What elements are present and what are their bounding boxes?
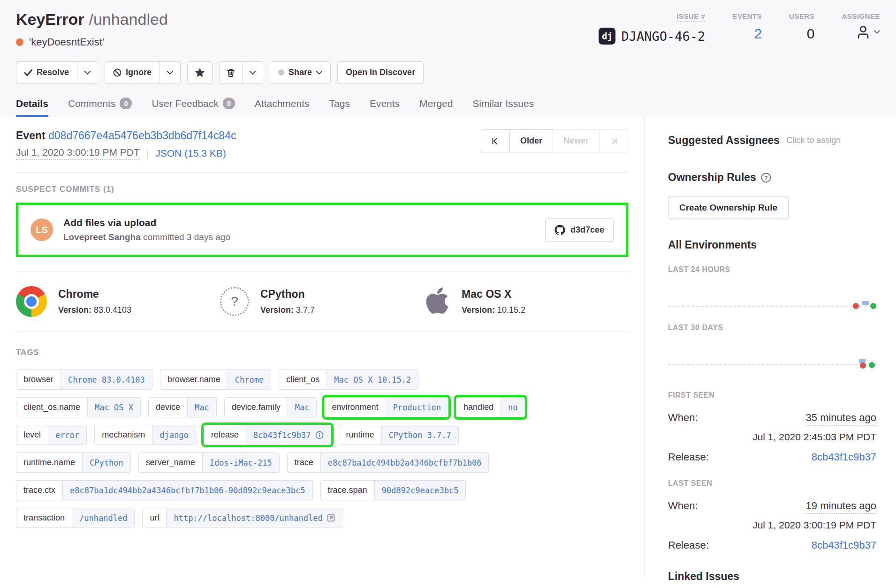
- context-version: Version: 3.7.7: [260, 305, 315, 315]
- issue-culprit-path: /unhandled: [89, 10, 168, 28]
- first-seen-release-link[interactable]: 8cb43f1c9b37: [812, 451, 876, 463]
- context-version: Version: 10.15.2: [462, 305, 525, 315]
- tag-browser[interactable]: browserChrome 83.0.4103: [16, 369, 152, 390]
- tab-merged[interactable]: Merged: [419, 98, 453, 117]
- issue-type: KeyError: [16, 10, 84, 28]
- tag-value[interactable]: Chrome: [228, 370, 271, 389]
- event-json-link[interactable]: JSON (15.3 KB): [155, 148, 226, 159]
- tag-mechanism[interactable]: mechanismdjango: [94, 425, 196, 445]
- tab-user-feedback[interactable]: User Feedback0: [152, 98, 235, 117]
- delete-dropdown-button[interactable]: [243, 61, 263, 83]
- resolve-dropdown-button[interactable]: [77, 61, 98, 83]
- tag-url[interactable]: urlhttp://localhost:8000/unhandled: [142, 508, 342, 528]
- assignee-dropdown[interactable]: [855, 24, 880, 40]
- tag-value[interactable]: CPython 3.7.7: [381, 425, 458, 445]
- suspect-commits-section: SUSPECT COMMITS (1) LS Add files via upl…: [16, 173, 628, 271]
- tag-runtime-name[interactable]: runtime.nameCPython: [16, 452, 131, 473]
- tag-row: browserChrome 83.0.4103browser.nameChrom…: [16, 369, 628, 390]
- tag-value[interactable]: Mac OS X: [87, 398, 140, 417]
- tab-attachments[interactable]: Attachments: [255, 98, 310, 117]
- help-circle-icon[interactable]: ?: [761, 173, 771, 183]
- skip-to-latest-button[interactable]: [600, 129, 628, 152]
- stat-events: EVENTS 2: [732, 12, 762, 45]
- tag-key: level: [16, 425, 48, 445]
- tag-row: transaction/unhandledurlhttp://localhost…: [16, 508, 628, 528]
- tab-details[interactable]: Details: [16, 98, 48, 117]
- older-event-button[interactable]: Older: [510, 129, 553, 152]
- tag-browser-name[interactable]: browser.nameChrome: [160, 369, 271, 390]
- ignore-dropdown-button[interactable]: [160, 61, 181, 83]
- tag-device-family[interactable]: device.familyMac: [224, 397, 317, 417]
- tag-release[interactable]: release8cb43f1c9b37: [204, 425, 331, 445]
- delete-button[interactable]: [219, 61, 243, 83]
- tag-value[interactable]: django: [152, 425, 195, 445]
- tag-value[interactable]: e8c87ba1dc494bb2a4346bcfbf7b1b06-90d892c…: [62, 481, 312, 500]
- first-seen-date: Jul 1, 2020 2:45:03 PM PDT: [668, 431, 876, 443]
- create-ownership-rule-button[interactable]: Create Ownership Rule: [668, 196, 789, 219]
- oldest-event-button[interactable]: [481, 129, 510, 152]
- context-version-label: Version:: [58, 305, 91, 315]
- tag-key: release: [204, 425, 246, 445]
- commit-sha-button[interactable]: d3d7cee: [545, 219, 614, 241]
- tag-value[interactable]: 8cb43f1c9b37: [246, 425, 331, 445]
- tag-value[interactable]: error: [48, 425, 86, 445]
- tag-value[interactable]: e8c87ba1dc494bb2a4346bcfbf7b1b06: [320, 453, 489, 472]
- tag-key: url: [143, 508, 166, 528]
- tag-client-os[interactable]: client_osMac OS X 10.15.2: [279, 369, 418, 390]
- chevron-down-icon: [316, 71, 322, 75]
- events-count[interactable]: 2: [754, 26, 762, 42]
- tag-value[interactable]: CPython: [82, 453, 130, 472]
- event-pagination: Older Newer: [481, 129, 628, 152]
- tag-device[interactable]: deviceMac: [148, 397, 217, 417]
- tab-label: Merged: [419, 98, 453, 109]
- tag-value[interactable]: Production: [386, 398, 448, 417]
- tag-trace-ctx[interactable]: trace.ctxe8c87ba1dc494bb2a4346bcfbf7b1b0…: [16, 480, 313, 500]
- tag-transaction[interactable]: transaction/unhandled: [16, 508, 135, 528]
- tag-value[interactable]: Mac: [288, 398, 317, 417]
- tag-server-name[interactable]: server_nameIdos-iMac-215: [138, 452, 280, 473]
- click-to-assign-hint: Click to assign: [786, 136, 841, 145]
- tag-key: trace: [288, 453, 320, 472]
- commit-message: Add files via upload: [63, 217, 545, 228]
- tag-key: handled: [456, 398, 501, 417]
- tag-level[interactable]: levelerror: [16, 425, 87, 445]
- resolve-button-group: Resolve: [16, 61, 98, 83]
- error-level-dot: [16, 38, 23, 46]
- tag-runtime[interactable]: runtimeCPython 3.7.7: [339, 425, 459, 445]
- commit-time: committed 3 days ago: [143, 232, 230, 242]
- tab-comments[interactable]: Comments0: [68, 98, 132, 117]
- tag-handled[interactable]: handledno: [456, 397, 525, 417]
- tag-key: device: [149, 398, 187, 417]
- ignore-button[interactable]: Ignore: [105, 61, 160, 83]
- tag-environment[interactable]: environmentProduction: [324, 397, 448, 417]
- last-seen-release-link[interactable]: 8cb43f1c9b37: [812, 539, 876, 551]
- resolve-label: Resolve: [37, 68, 69, 77]
- tag-trace-span[interactable]: trace.span90d892c9eace3bc5: [320, 480, 466, 500]
- tag-value[interactable]: /unhandled: [72, 508, 134, 528]
- bookmark-button[interactable]: [187, 61, 213, 83]
- tag-value[interactable]: Chrome 83.0.4103: [61, 370, 152, 389]
- marker-first-seen: [853, 303, 859, 309]
- tag-client-os-name[interactable]: client_os.nameMac OS X: [16, 397, 141, 417]
- tag-value[interactable]: Idos-iMac-215: [202, 453, 279, 472]
- tag-value[interactable]: 90d892c9eace3bc5: [374, 481, 466, 500]
- tag-value[interactable]: http://localhost:8000/unhandled: [166, 508, 342, 528]
- tag-value[interactable]: Mac OS X 10.15.2: [327, 370, 418, 389]
- tab-events[interactable]: Events: [370, 98, 400, 117]
- tab-tags[interactable]: Tags: [329, 98, 350, 117]
- tag-trace[interactable]: tracee8c87ba1dc494bb2a4346bcfbf7b1b06: [287, 452, 489, 473]
- issue-short-id[interactable]: dj DJANGO-46-2: [599, 28, 705, 45]
- newer-event-button[interactable]: Newer: [553, 129, 600, 152]
- share-button[interactable]: Share: [270, 61, 331, 83]
- tag-value[interactable]: no: [501, 398, 524, 417]
- resolve-button[interactable]: Resolve: [16, 61, 77, 83]
- users-count[interactable]: 0: [807, 26, 815, 42]
- divider: |: [146, 148, 149, 159]
- open-in-discover-button[interactable]: Open in Discover: [337, 61, 424, 83]
- tab-similar-issues[interactable]: Similar Issues: [472, 98, 534, 117]
- issue-title-block: KeyError/unhandled 'keyDoesntExist': [16, 10, 168, 48]
- tag-key: trace.span: [321, 481, 374, 500]
- event-id-link[interactable]: d08d7667e4a5476eb3b3db6d7f14c84c: [48, 129, 236, 142]
- tag-value[interactable]: Mac: [187, 398, 216, 417]
- event-header: Event d08d7667e4a5476eb3b3db6d7f14c84c J…: [16, 117, 628, 173]
